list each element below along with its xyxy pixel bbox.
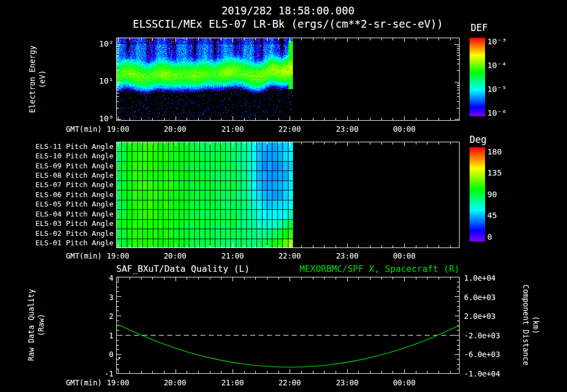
x-tick-label: 23:00 [328,252,367,260]
quality-tick: 3 [109,293,114,301]
quality-tick: -1 [105,370,114,378]
quality-title: SAF_BXuT/Data Quality (L) [116,265,250,274]
deg-colorbar-tick: 0 [487,233,492,241]
energy-spectrogram-canvas [116,38,460,121]
spacecraft-title: MEXORBMC/SPF X, Spacecraft (R) [300,265,460,274]
distance-tick: 2.0e+03 [464,312,496,320]
energy-axis-units: (eV) [38,70,46,89]
x-tick-label: 21:00 [213,125,252,133]
deg-colorbar-tick: 90 [487,190,497,199]
quality-tick: 4 [109,274,114,282]
distance-axis-label: Component Distance [522,285,530,365]
distance-tick: -6.0e+03 [464,350,500,358]
deg-colorbar-tick: 45 [487,212,497,220]
plot-screen: 2019/282 18:58:00.000 ELSSCIL/MEx ELS-07… [0,0,567,392]
distance-tick: -2.0e+03 [464,332,500,339]
def-colorbar-tick: 10⁻³ [487,38,507,46]
pitch-angle-heatmap-canvas [116,142,460,248]
quality-axis-units: (Raw) [37,314,45,337]
pitch-row-label: ELS-11 Pitch Angle [35,143,114,151]
gmt-axis-label: GMT(min) [66,252,102,260]
pitch-row-label: ELS-05 Pitch Angle [35,200,114,208]
energy-tick: 10¹ [99,77,114,85]
pitch-row-label: ELS-01 Pitch Angle [35,239,114,247]
x-tick-label: 23:00 [328,125,367,133]
timestamp: 2019/282 18:58:00.000 [116,6,460,17]
pitch-row-label: ELS-09 Pitch Angle [35,162,114,170]
timeseries-canvas [116,277,460,374]
distance-tick: 6.0e+03 [464,293,496,301]
quality-axis-label: Raw Data Quality [27,289,35,361]
gmt-axis-label: GMT(min) [66,379,102,386]
x-tick-label: 20:00 [156,252,194,260]
deg-colorbar-title: Deg [470,135,487,145]
plot-title: ELSSCIL/MEx ELS-07 LR-Bk (ergs/(cm**2-sr… [116,19,460,30]
pitch-row-label: ELS-08 Pitch Angle [35,172,114,179]
quality-tick: 2 [109,312,114,320]
x-tick-label: 00:00 [385,252,424,260]
x-tick-label: 20:00 [156,379,194,386]
x-tick-label: 00:00 [385,125,424,133]
def-colorbar-tick: 10⁻⁶ [487,109,507,117]
x-tick-label: 21:00 [213,252,252,260]
x-tick-label: 19:00 [99,379,137,386]
energy-tick: 10⁰ [99,115,114,123]
x-tick-label: 22:00 [270,252,309,260]
energy-tick: 10² [99,40,114,48]
pitch-row-label: ELS-06 Pitch Angle [35,191,114,199]
pitch-row-label: ELS-02 Pitch Angle [35,230,114,238]
x-tick-label: 22:00 [270,379,309,386]
distance-tick: 1.0e+04 [464,274,496,282]
quality-tick: 0 [109,350,114,358]
deg-colorbar-tick: 180 [487,148,502,156]
def-colorbar-tick: 10⁻⁵ [487,85,507,94]
def-colorbar-tick: 10⁻⁴ [487,61,507,70]
def-colorbar-title: DEF [471,23,488,33]
pitch-row-label: ELS-04 Pitch Angle [35,210,114,218]
x-tick-label: 00:00 [385,379,424,386]
x-tick-label: 20:00 [156,125,194,133]
distance-tick: -1.0e+04 [464,370,500,378]
deg-colorbar-tick: 135 [487,169,502,177]
pitch-row-label: ELS-07 Pitch Angle [35,181,114,189]
deg-colorbar [470,147,485,241]
x-tick-label: 19:00 [99,252,137,260]
pitch-row-label: ELS-10 Pitch Angle [35,152,114,160]
pitch-row-label: ELS-03 Pitch Angle [35,220,114,228]
x-tick-label: 23:00 [328,379,367,386]
x-tick-label: 19:00 [99,125,137,133]
x-tick-label: 21:00 [213,379,252,386]
quality-tick: 1 [109,332,114,339]
def-colorbar [470,38,485,116]
gmt-axis-label: GMT(min) [66,125,102,133]
energy-axis-label: Electron Energy [28,45,36,113]
distance-axis-units: (km) [532,316,540,334]
x-tick-label: 22:00 [270,125,309,133]
